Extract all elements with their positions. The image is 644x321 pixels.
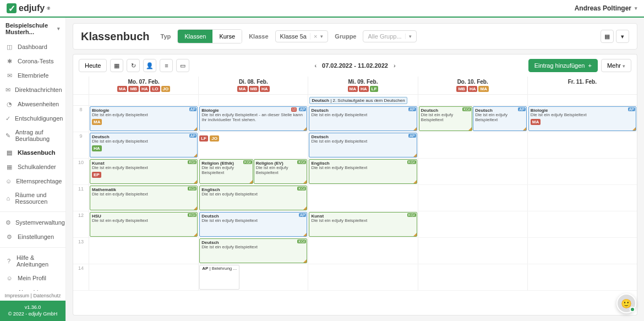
calendar-event[interactable]: KGI HSU Die ist ein edjufy Beispieltext [90,212,198,237]
calendar-cell[interactable] [308,185,417,211]
user-menu[interactable]: Andreas Poltinger ▾ [575,4,637,12]
calendar-event[interactable]: KGI Kunst Die ist ein edjufy Beispieltex… [90,159,198,184]
event-tag[interactable]: MA [92,119,102,125]
sidebar-item[interactable]: ✎Antrag auf Beurlaubung [0,126,66,145]
calendar-event[interactable]: KGI Religion (Ethik) Die ist ein edjufy … [199,159,253,184]
sidebar-item[interactable]: ✱Corona-Tests [0,54,66,68]
calendar-cell[interactable] [418,132,527,158]
prev-week-button[interactable]: ‹ [314,62,316,69]
calendar-event[interactable]: KGI Religion (EV) Die ist ein edjufy Bei… [254,159,308,184]
calendar-cell[interactable] [89,238,198,264]
lesson-pill[interactable]: AP | Belehrung ... [199,265,239,290]
logo[interactable]: ✓ edjufy® [7,3,50,13]
sidebar-item[interactable]: ✉Elternbriefe [0,68,66,83]
calendar-cell[interactable] [308,264,417,290]
absence-tag[interactable]: LF [370,86,379,92]
sidebar-item[interactable]: ☺Elternsprechtage [0,174,66,188]
calendar-event[interactable]: AP Biologie Die ist ein edjufy Beispielt… [90,106,198,131]
sidebar-item[interactable]: ✉Direktnachrichten [0,83,66,97]
calendar-cell[interactable]: KGI Kunst Die ist ein edjufy Beispieltex… [308,211,417,237]
calendar-event[interactable]: AP Biologie Die ist ein edjufy Beispielt… [528,106,636,131]
calendar-cell[interactable]: KGI Englisch Die ist ein edjufy Beispiel… [198,185,308,211]
calendar-cell[interactable]: ☑ AP Biologie Die ist ein edjufy Beispie… [198,106,308,132]
calendar-event[interactable]: AP Deutsch Die ist ein edjufy Beispielte… [309,106,417,131]
sidebar-item[interactable]: ?Hilfe & Anleitungen [0,251,66,271]
calendar-cell[interactable]: KGI Englisch Die ist ein edjufy Beispiel… [308,159,417,184]
calendar-event[interactable]: ☑ AP Biologie Die ist ein edjufy Beispie… [199,106,307,131]
calendar-cell[interactable]: KGI Kunst Die ist ein edjufy Beispieltex… [89,159,198,184]
day-note[interactable]: Deutsch | 2. Schulaufgabe aus dem Deutsc… [309,97,407,104]
calendar-event[interactable]: AP Deutsch Die ist ein edjufy Beispielte… [90,133,198,157]
support-chat-avatar[interactable]: 🙂 [616,293,636,313]
add-entry-button[interactable]: Eintrag hinzufügen + [528,59,598,72]
calendar-cell[interactable] [527,264,637,290]
calendar-cell[interactable] [527,185,637,211]
absence-tag[interactable]: MA [348,86,358,92]
calendar-cell[interactable]: AP Biologie Die ist ein edjufy Beispielt… [527,106,637,132]
absence-tag[interactable]: HA [359,86,369,92]
absence-tag[interactable]: MA [237,86,247,92]
calendar-event[interactable]: KGI Englisch Die ist ein edjufy Beispiel… [199,186,307,210]
calendar-cell[interactable]: LF JO [198,132,308,158]
calendar-cell[interactable] [308,238,417,264]
calendar-event[interactable]: KGI Englisch Die ist ein edjufy Beispiel… [309,159,417,184]
absence-tag[interactable]: MB [456,86,466,92]
absence-tag[interactable]: HA [468,86,478,92]
type-courses-button[interactable]: Kurse [212,30,242,43]
event-tag[interactable]: EP [92,172,101,178]
calendar-cell[interactable]: AP | Belehrung ... [198,264,308,290]
calendar-cell[interactable] [527,211,637,237]
calendar-cell[interactable]: KGI Deutsch Die ist ein edjufy Beispielt… [418,106,527,132]
absence-tag[interactable]: HA [260,86,270,92]
sidebar-item[interactable]: ⚙Systemverwaltung [0,215,66,230]
calendar-cell[interactable] [418,185,527,211]
next-week-button[interactable]: › [394,62,396,69]
footer-links[interactable]: Impressum | Datenschutz [0,291,66,301]
calendar-event[interactable]: AP Deutsch Die ist ein edjufy Beispielte… [309,133,417,157]
absence-tag[interactable]: HA [140,86,150,92]
sidebar-item[interactable]: ☺Mein Profil [0,271,66,285]
calendar-picker-button[interactable]: ▦ [601,30,614,43]
calendar-cell[interactable] [527,132,637,158]
calendar-cell[interactable] [527,238,637,264]
absence-tag[interactable]: LO [150,86,160,92]
calendar-cell[interactable]: AP Deutsch Die ist ein edjufy Beispielte… [308,106,417,132]
absence-tag[interactable]: MA [478,86,488,92]
calendar-cell[interactable] [418,159,527,184]
calendar-cell[interactable]: AP Biologie Die ist ein edjufy Beispielt… [89,106,198,132]
more-button[interactable]: Mehr ▾ [601,59,631,72]
group-select[interactable]: Alle Grupp... ▾ [363,30,416,42]
sidebar-item[interactable]: ▤Klassenbuch [0,145,66,160]
today-button[interactable]: Heute [79,59,107,72]
calendar-cell[interactable]: KGI HSU Die ist ein edjufy Beispieltext [89,211,198,237]
calendar-cell[interactable]: AP Deutsch Die ist ein edjufy Beispielte… [308,132,417,158]
calendar-cell[interactable] [418,264,527,290]
calendar-icon-button[interactable]: ▦ [110,59,123,72]
clear-class-icon[interactable]: × [310,33,317,40]
seating-button[interactable]: ▭ [176,59,189,72]
calendar-cell[interactable]: AP Deutsch Die ist ein edjufy Beispielte… [89,132,198,158]
sidebar-item[interactable]: ◔Abwesenheiten [0,97,66,111]
event-tag[interactable]: HA [92,145,102,151]
sidebar-item[interactable]: ⇥Abmelden [0,285,66,291]
sidebar-item[interactable]: ◫Dashboard [0,40,66,54]
calendar-cell[interactable]: AP Deutsch Die ist ein edjufy Beispielte… [198,211,308,237]
sidebar-item[interactable]: ⌂Räume und Ressourcen [0,188,66,208]
event-tag[interactable]: MA [531,119,541,125]
absence-tag[interactable]: JO [161,86,171,92]
absence-tag[interactable]: MB [249,86,259,92]
calendar-cell[interactable] [527,159,637,184]
calendar-cell[interactable] [418,211,527,237]
person-button[interactable]: 👤 [143,59,156,72]
absence-tag[interactable]: MB [128,86,138,92]
calendar-cell[interactable]: KGI Religion (Ethik) Die ist ein edjufy … [198,159,308,184]
class-select[interactable]: Klasse 5a × ▾ [275,30,329,42]
calendar-cell[interactable]: KGI Mathematik Die ist ein edjufy Beispi… [89,185,198,211]
refresh-button[interactable]: ↻ [127,59,140,72]
sidebar-item[interactable]: ⚙Einstellungen [0,230,66,244]
calendar-event[interactable]: KGI Deutsch Die ist ein edjufy Beispielt… [199,238,307,263]
calendar-event[interactable]: AP Deutsch Die ist ein edjufy Beispielte… [473,106,527,131]
calendar-picker-dropdown[interactable]: ▾ [616,30,629,43]
sidebar-item[interactable]: ✓Entschuldigungen [0,111,66,126]
calendar-cell[interactable]: KGI Deutsch Die ist ein edjufy Beispielt… [198,238,308,264]
